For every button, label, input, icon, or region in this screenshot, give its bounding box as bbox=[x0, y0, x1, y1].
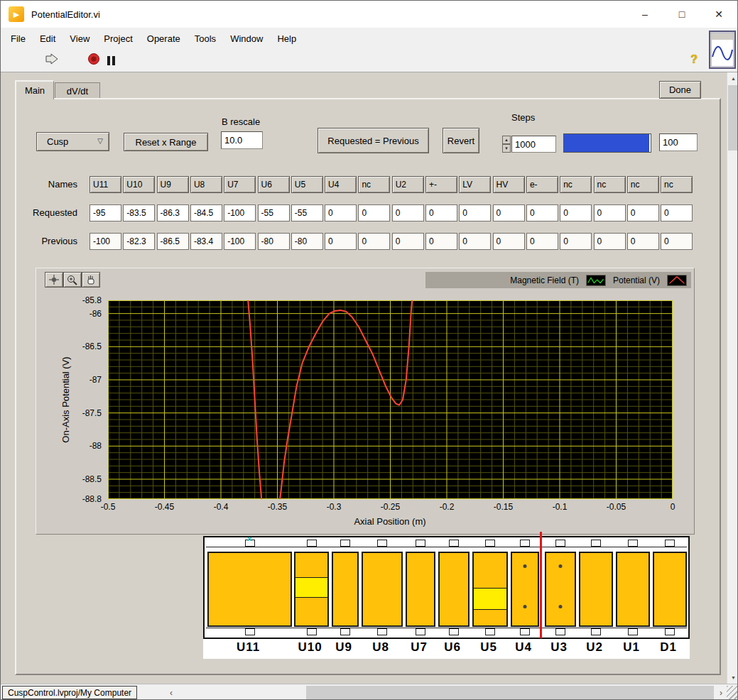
requested-cell-6[interactable]: -55 bbox=[291, 204, 323, 222]
scroll-right-icon[interactable]: › bbox=[716, 687, 726, 699]
name-cell-16[interactable]: nc bbox=[627, 176, 659, 193]
requested-cell-12[interactable]: 0 bbox=[493, 204, 525, 222]
requested-row-label: Requested bbox=[16, 207, 77, 218]
decrement-icon[interactable]: ▼ bbox=[502, 144, 511, 153]
status-bar: CuspControl.lvproj/My Computer ‹ › bbox=[1, 684, 738, 700]
zoom-tool-button[interactable] bbox=[63, 272, 82, 288]
scroll-down-icon[interactable]: ▼ bbox=[727, 672, 738, 684]
requested-cell-9[interactable]: 0 bbox=[392, 204, 424, 222]
requested-cell-3[interactable]: -84.5 bbox=[190, 204, 222, 222]
name-cell-3[interactable]: U8 bbox=[190, 176, 222, 193]
name-cell-6[interactable]: U5 bbox=[291, 176, 323, 193]
potential-sample-icon[interactable] bbox=[667, 275, 687, 286]
menu-item-view[interactable]: View bbox=[63, 31, 97, 47]
name-cell-9[interactable]: U2 bbox=[392, 176, 424, 193]
cursor-tool-button[interactable] bbox=[45, 272, 63, 288]
name-cell-11[interactable]: LV bbox=[459, 176, 491, 193]
name-cell-2[interactable]: U9 bbox=[157, 176, 189, 193]
maximize-button[interactable]: □ bbox=[663, 1, 700, 28]
reset-x-range-button[interactable]: Reset x Range bbox=[124, 133, 208, 151]
stop-button[interactable] bbox=[87, 53, 100, 68]
vertical-scrollbar[interactable]: ▲ ▼ bbox=[727, 72, 738, 684]
mode-select-value: Cusp bbox=[47, 136, 68, 147]
name-cell-8[interactable]: nc bbox=[358, 176, 390, 193]
menu-item-file[interactable]: File bbox=[4, 31, 33, 47]
requested-cell-7[interactable]: 0 bbox=[325, 204, 357, 222]
vertical-scroll-thumb[interactable] bbox=[728, 85, 738, 151]
electrode-label-u8: U8 bbox=[372, 640, 389, 655]
connector-tab-icon bbox=[665, 540, 675, 547]
electrode-label-u2: U2 bbox=[586, 640, 603, 655]
mode-select[interactable]: Cusp ▽ bbox=[36, 132, 109, 151]
requested-cell-16[interactable]: 0 bbox=[627, 204, 659, 222]
revert-button[interactable]: Revert bbox=[443, 128, 479, 153]
steps-input[interactable] bbox=[511, 136, 556, 153]
electrode-d1 bbox=[653, 552, 687, 627]
requested-cell-4[interactable]: -100 bbox=[224, 204, 256, 222]
menu-item-edit[interactable]: Edit bbox=[33, 31, 63, 47]
project-context[interactable]: CuspControl.lvproj/My Computer bbox=[2, 686, 137, 699]
legend-magnetic-field-label[interactable]: Magnetic Field (T) bbox=[510, 275, 579, 285]
name-cell-5[interactable]: U6 bbox=[258, 176, 290, 193]
pan-tool-button[interactable] bbox=[82, 272, 100, 288]
horizontal-scroll-thumb[interactable] bbox=[306, 686, 714, 700]
menu-item-help[interactable]: Help bbox=[270, 31, 303, 47]
name-cell-13[interactable]: e- bbox=[526, 176, 558, 193]
name-cell-0[interactable]: U11 bbox=[89, 176, 121, 193]
menu-item-tools[interactable]: Tools bbox=[188, 31, 223, 47]
name-cell-14[interactable]: nc bbox=[560, 176, 592, 193]
requested-cell-8[interactable]: 0 bbox=[358, 204, 390, 222]
electrode-u1 bbox=[616, 552, 650, 627]
requested-cell-17[interactable]: 0 bbox=[661, 204, 693, 222]
name-cell-4[interactable]: U7 bbox=[224, 176, 256, 193]
requested-cell-5[interactable]: -55 bbox=[258, 204, 290, 222]
minimize-button[interactable]: – bbox=[626, 1, 663, 28]
mounting-hole-icon bbox=[523, 605, 527, 608]
resize-grip[interactable] bbox=[727, 686, 738, 700]
requested-cell-2[interactable]: -86.3 bbox=[157, 204, 189, 222]
requested-equals-previous-button[interactable]: Requested = Previous bbox=[318, 128, 429, 153]
requested-cell-14[interactable]: 0 bbox=[560, 204, 592, 222]
requested-cell-10[interactable]: 0 bbox=[425, 204, 457, 222]
name-cell-17[interactable]: nc bbox=[661, 176, 693, 193]
increment-icon[interactable]: ▲ bbox=[502, 136, 511, 144]
connector-tab-icon bbox=[307, 628, 317, 635]
pause-button[interactable] bbox=[107, 56, 115, 65]
electrode-u8 bbox=[362, 552, 403, 627]
done-button[interactable]: Done bbox=[659, 81, 701, 99]
x-tick-10: 0 bbox=[671, 502, 675, 512]
run-button[interactable] bbox=[45, 53, 60, 68]
requested-cell-1[interactable]: -83.5 bbox=[123, 204, 155, 222]
previous-cell-13: 0 bbox=[526, 233, 558, 250]
menu-item-window[interactable]: Window bbox=[223, 31, 270, 47]
progress-fill bbox=[564, 134, 649, 152]
menu-item-operate[interactable]: Operate bbox=[140, 31, 188, 47]
close-button[interactable]: ✕ bbox=[700, 1, 737, 28]
steps-spinner[interactable]: ▲ ▼ bbox=[502, 136, 511, 153]
window-controls: – □ ✕ bbox=[626, 1, 737, 28]
help-icon[interactable]: ? bbox=[690, 53, 698, 66]
menu-item-project[interactable]: Project bbox=[97, 31, 139, 47]
legend-potential-label[interactable]: Potential (V) bbox=[613, 275, 660, 285]
requested-cell-0[interactable]: -95 bbox=[89, 204, 121, 222]
requested-cell-13[interactable]: 0 bbox=[526, 204, 558, 222]
aux-value-input[interactable] bbox=[659, 133, 698, 151]
position-cursor[interactable] bbox=[540, 532, 542, 638]
magnetic-field-sample-icon[interactable] bbox=[586, 275, 606, 286]
scroll-up-icon[interactable]: ▲ bbox=[727, 72, 738, 84]
horizontal-scroll-track[interactable] bbox=[178, 686, 715, 700]
tab-dvdt[interactable]: dV/dt bbox=[55, 82, 100, 99]
name-cell-7[interactable]: U4 bbox=[325, 176, 357, 193]
requested-cell-11[interactable]: 0 bbox=[459, 204, 491, 222]
previous-cell-3: -83.4 bbox=[190, 233, 222, 250]
tab-main[interactable]: Main bbox=[15, 80, 54, 99]
window-title: PotentialEditor.vi bbox=[31, 9, 100, 20]
requested-cell-15[interactable]: 0 bbox=[594, 204, 626, 222]
plot-area[interactable] bbox=[108, 300, 673, 499]
scroll-left-icon[interactable]: ‹ bbox=[166, 687, 176, 699]
b-rescale-input[interactable] bbox=[221, 131, 263, 149]
name-cell-10[interactable]: +- bbox=[425, 176, 457, 193]
name-cell-15[interactable]: nc bbox=[594, 176, 626, 193]
name-cell-1[interactable]: U10 bbox=[123, 176, 155, 193]
name-cell-12[interactable]: HV bbox=[493, 176, 525, 193]
